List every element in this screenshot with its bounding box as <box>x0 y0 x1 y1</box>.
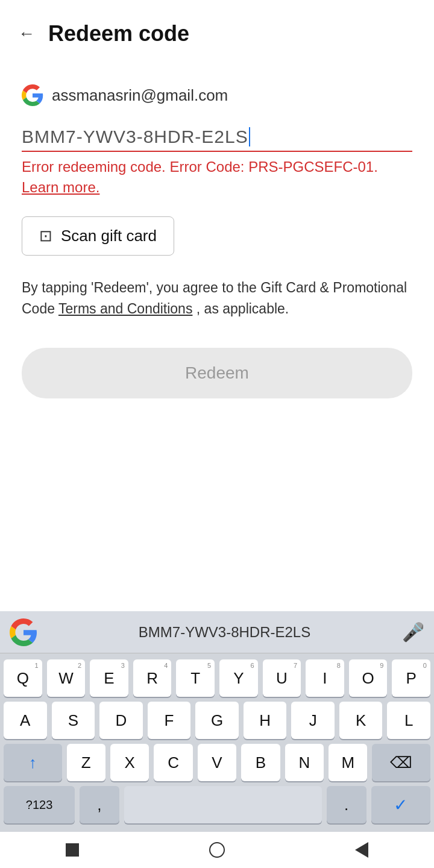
terms-link[interactable]: Terms and Conditions <box>58 301 192 316</box>
learn-more-link[interactable]: Learn more. <box>22 179 99 195</box>
num-hint-4: 4 <box>164 662 168 669</box>
back-button[interactable]: ← <box>10 17 43 51</box>
nav-home-button[interactable] <box>205 838 229 862</box>
key-w[interactable]: 2W <box>47 659 86 697</box>
key-a[interactable]: A <box>4 702 47 739</box>
key-l[interactable]: L <box>387 702 430 739</box>
key-s[interactable]: S <box>52 702 95 739</box>
key-o[interactable]: 9O <box>349 659 388 697</box>
num-sym-key[interactable]: ?123 <box>4 786 75 823</box>
num-hint-6: 6 <box>250 662 254 669</box>
nav-stop-button[interactable] <box>60 838 84 862</box>
key-t[interactable]: 5T <box>176 659 215 697</box>
num-hint-3: 3 <box>121 662 125 669</box>
text-cursor <box>249 127 250 146</box>
keyboard-area: BMM7-YWV3-8HDR-E2LS 🎤 1Q 2W 3E 4R 5T 6Y … <box>0 611 434 832</box>
num-hint-1: 1 <box>35 662 39 669</box>
done-key[interactable]: ✓ <box>371 786 430 823</box>
key-r[interactable]: 4R <box>133 659 172 697</box>
num-hint-0: 0 <box>423 662 427 669</box>
num-hint-7: 7 <box>294 662 297 669</box>
key-m[interactable]: M <box>329 744 367 781</box>
key-b[interactable]: B <box>241 744 280 781</box>
key-n[interactable]: N <box>285 744 324 781</box>
home-icon <box>209 842 225 858</box>
code-value: BMM7-YWV3-8HDR-E2LS <box>22 127 248 147</box>
stop-icon <box>66 843 79 857</box>
scan-label: Scan gift card <box>61 227 157 245</box>
shift-key[interactable]: ↑ <box>4 744 62 781</box>
account-row: assmanasrin@gmail.com <box>22 84 412 106</box>
terms-suffix: , as applicable. <box>197 301 289 316</box>
keyboard-row-3: ↑ Z X C V B N M ⌫ <box>4 744 430 781</box>
back-nav-icon <box>355 842 368 858</box>
key-c[interactable]: C <box>154 744 192 781</box>
suggestion-bar: BMM7-YWV3-8HDR-E2LS 🎤 <box>0 611 434 653</box>
google-logo-icon <box>22 84 43 106</box>
account-email: assmanasrin@gmail.com <box>52 86 228 105</box>
code-input-display[interactable]: BMM7-YWV3-8HDR-E2LS <box>22 123 412 152</box>
key-j[interactable]: J <box>291 702 335 739</box>
keyboard-row-2: A S D F G H J K L <box>4 702 430 739</box>
back-arrow-icon: ← <box>18 24 35 43</box>
num-hint-8: 8 <box>337 662 341 669</box>
space-key[interactable] <box>124 786 322 823</box>
key-d[interactable]: D <box>99 702 143 739</box>
key-v[interactable]: V <box>198 744 236 781</box>
key-g[interactable]: G <box>195 702 239 739</box>
scan-gift-card-button[interactable]: ⊡ Scan gift card <box>22 216 174 256</box>
keyboard-suggestion[interactable]: BMM7-YWV3-8HDR-E2LS <box>47 624 402 641</box>
num-hint-5: 5 <box>207 662 211 669</box>
terms-text: By tapping 'Redeem', you agree to the Gi… <box>22 277 412 319</box>
keyboard-row-4: ?123 , . ✓ <box>4 786 430 823</box>
keyboard-row-1: 1Q 2W 3E 4R 5T 6Y 7U 8I 9O 0P <box>4 659 430 697</box>
key-z[interactable]: Z <box>67 744 105 781</box>
key-e[interactable]: 3E <box>90 659 128 697</box>
num-hint-2: 2 <box>78 662 81 669</box>
header: ← Redeem code <box>0 0 434 60</box>
keyboard: 1Q 2W 3E 4R 5T 6Y 7U 8I 9O 0P A S D F G … <box>0 653 434 832</box>
num-hint-9: 9 <box>380 662 383 669</box>
key-f[interactable]: F <box>148 702 191 739</box>
keyboard-google-logo-icon <box>10 618 37 646</box>
key-i[interactable]: 8I <box>306 659 344 697</box>
nav-bar <box>0 832 434 868</box>
microphone-icon[interactable]: 🎤 <box>402 621 424 643</box>
redeem-button[interactable]: Redeem <box>22 348 412 398</box>
nav-back-button[interactable] <box>350 838 374 862</box>
error-message: Error redeeming code. Error Code: PRS-PG… <box>22 157 412 197</box>
key-y[interactable]: 6Y <box>219 659 258 697</box>
comma-key[interactable]: , <box>80 786 119 823</box>
key-q[interactable]: 1Q <box>4 659 42 697</box>
key-u[interactable]: 7U <box>263 659 301 697</box>
page-title: Redeem code <box>48 21 189 46</box>
camera-icon: ⊡ <box>39 227 52 245</box>
key-x[interactable]: X <box>110 744 149 781</box>
key-k[interactable]: K <box>339 702 383 739</box>
delete-key[interactable]: ⌫ <box>372 744 430 781</box>
key-h[interactable]: H <box>244 702 287 739</box>
main-content: assmanasrin@gmail.com BMM7-YWV3-8HDR-E2L… <box>0 60 434 413</box>
period-key[interactable]: . <box>327 786 366 823</box>
error-text: Error redeeming code. Error Code: PRS-PG… <box>22 159 378 175</box>
key-p[interactable]: 0P <box>392 659 430 697</box>
